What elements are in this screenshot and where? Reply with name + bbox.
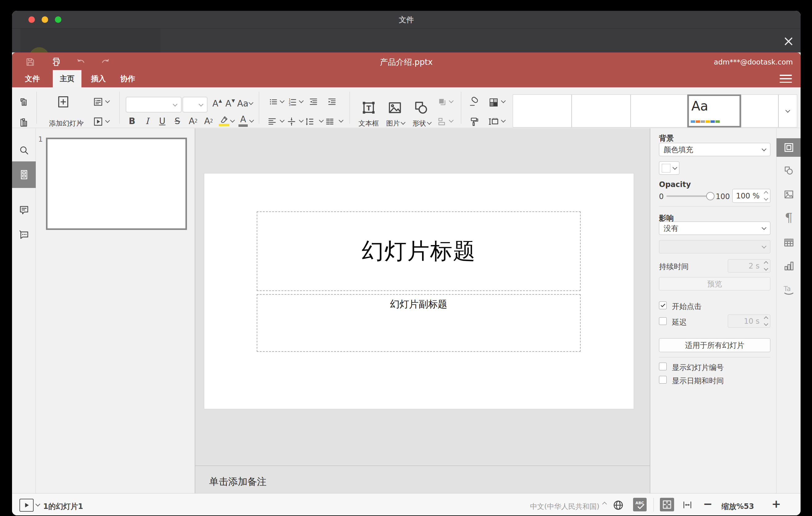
- sidebar-item-paragraph-settings[interactable]: ¶: [777, 208, 801, 227]
- underline-button[interactable]: U: [156, 115, 168, 127]
- highlight-dropdown-icon[interactable]: [230, 118, 235, 123]
- theme-slot-5[interactable]: [741, 94, 778, 127]
- image-caption[interactable]: 图片: [382, 118, 404, 129]
- slideshow-mode-dropdown-icon[interactable]: [35, 502, 40, 507]
- title-placeholder[interactable]: 幻灯片标题: [257, 211, 581, 291]
- duration-stepper[interactable]: [764, 260, 767, 272]
- vertical-align-dropdown-icon[interactable]: [299, 118, 304, 123]
- zoom-in-button[interactable]: +: [772, 498, 781, 510]
- start-slideshow-status-button[interactable]: [20, 499, 34, 512]
- zoom-out-button[interactable]: −: [703, 498, 712, 510]
- increase-font-button[interactable]: A ▲: [211, 97, 224, 109]
- copy-button[interactable]: [18, 97, 29, 108]
- align-dropdown-icon[interactable]: [280, 118, 285, 123]
- opacity-slider-handle[interactable]: [706, 192, 715, 200]
- italic-button[interactable]: I: [141, 115, 153, 127]
- fit-to-width-button[interactable]: [680, 499, 694, 511]
- sidebar-item-image-settings[interactable]: [777, 185, 801, 204]
- arrange-dropdown-icon[interactable]: [449, 98, 454, 104]
- superscript-button[interactable]: A 2: [187, 115, 200, 127]
- sidebar-item-slides[interactable]: [12, 162, 36, 188]
- shape-button[interactable]: [412, 99, 430, 116]
- highlight-color-button[interactable]: [218, 114, 230, 127]
- fill-color-button[interactable]: [659, 162, 679, 175]
- line-spacing-dropdown-icon[interactable]: [319, 118, 324, 123]
- shape-caption[interactable]: 形状: [408, 118, 430, 129]
- increase-indent-button[interactable]: [326, 96, 338, 108]
- change-case-button[interactable]: Aa: [235, 97, 251, 109]
- sidebar-item-shape-settings[interactable]: [777, 162, 801, 180]
- line-spacing-button[interactable]: [304, 116, 316, 127]
- subscript-button[interactable]: A 2: [202, 115, 215, 127]
- align-shape-button[interactable]: [436, 116, 448, 127]
- copy-style-button[interactable]: [468, 116, 480, 127]
- opacity-stepper[interactable]: [764, 189, 767, 202]
- language-caret-icon[interactable]: [602, 502, 607, 507]
- theme-slot-selected[interactable]: Aa: [687, 94, 741, 127]
- textbox-caption[interactable]: 文本框: [356, 118, 381, 129]
- theme-slot-2[interactable]: [572, 94, 631, 127]
- font-size-select[interactable]: [183, 97, 207, 112]
- sidebar-item-textart-settings[interactable]: Ta: [777, 280, 801, 299]
- show-date-time-checkbox[interactable]: [659, 376, 667, 383]
- horizontal-align-button[interactable]: [266, 116, 278, 127]
- effect-type-select[interactable]: [659, 240, 770, 253]
- textbox-button[interactable]: T: [359, 99, 378, 116]
- color-scheme-dropdown-icon[interactable]: [501, 98, 506, 104]
- sidebar-item-search[interactable]: [12, 141, 36, 159]
- sidebar-item-comments[interactable]: [12, 201, 36, 219]
- decrease-indent-button[interactable]: [308, 96, 319, 108]
- fit-to-slide-button[interactable]: [660, 498, 674, 511]
- minimize-traffic-light[interactable]: [42, 16, 48, 23]
- preview-button[interactable]: 预览: [659, 277, 770, 290]
- font-color-button[interactable]: A: [237, 114, 250, 127]
- spellcheck-button[interactable]: ABC: [633, 498, 647, 511]
- bold-button[interactable]: B: [126, 115, 138, 127]
- duration-spinbox[interactable]: 2 s: [728, 259, 770, 273]
- numbering-dropdown-icon[interactable]: [299, 98, 304, 104]
- tab-home[interactable]: 主页: [53, 70, 82, 87]
- vertical-align-button[interactable]: [286, 116, 297, 127]
- sidebar-item-table-settings[interactable]: [777, 233, 801, 252]
- slide-size-dropdown-icon[interactable]: [501, 118, 506, 123]
- columns-button[interactable]: [324, 116, 336, 127]
- image-button[interactable]: [386, 99, 404, 116]
- effect-select[interactable]: 没有: [659, 222, 770, 235]
- sidebar-item-slide-settings[interactable]: [777, 138, 801, 157]
- start-slideshow-button[interactable]: [92, 116, 104, 127]
- bullets-button[interactable]: [267, 96, 279, 108]
- notes-placeholder[interactable]: 单击添加备注: [209, 475, 266, 488]
- slide-size-button[interactable]: [487, 116, 500, 127]
- strikethrough-button[interactable]: S: [172, 115, 183, 127]
- arrange-shape-button[interactable]: [436, 96, 448, 108]
- sidebar-item-chart-settings[interactable]: [777, 257, 801, 275]
- delay-spinbox[interactable]: 10 s: [728, 314, 770, 328]
- bullets-dropdown-icon[interactable]: [280, 98, 285, 104]
- themes-gallery-expand-button[interactable]: [778, 94, 797, 127]
- tab-file[interactable]: 文件: [15, 70, 50, 87]
- clear-style-button[interactable]: [468, 96, 480, 108]
- columns-dropdown-icon[interactable]: [339, 118, 344, 123]
- opacity-spinbox[interactable]: 100 %: [732, 189, 770, 203]
- set-language-button[interactable]: [612, 499, 624, 511]
- slide-layout-dropdown-icon[interactable]: [105, 98, 110, 104]
- font-name-select[interactable]: [126, 97, 181, 112]
- delay-stepper[interactable]: [764, 315, 767, 327]
- fill-type-select[interactable]: 颜色填充: [659, 143, 770, 156]
- tab-insert[interactable]: 插入: [85, 70, 112, 87]
- slide-thumbnail-1[interactable]: [46, 138, 187, 230]
- color-scheme-button[interactable]: [487, 96, 500, 109]
- tab-collaboration[interactable]: 协作: [114, 70, 142, 87]
- numbering-button[interactable]: 1 2 3: [287, 96, 298, 108]
- notes-splitter[interactable]: [195, 465, 650, 466]
- slide-canvas[interactable]: 幻灯片标题 幻灯片副标题: [204, 173, 634, 409]
- language-label[interactable]: 中文(中华人民共和国): [530, 502, 600, 511]
- theme-slot-3[interactable]: [631, 94, 687, 127]
- slide-layout-button[interactable]: [92, 96, 104, 108]
- start-on-click-checkbox[interactable]: [659, 302, 667, 309]
- close-editor-button[interactable]: [782, 35, 795, 48]
- show-slide-number-checkbox[interactable]: [659, 363, 667, 370]
- delay-checkbox[interactable]: [659, 317, 667, 325]
- font-color-dropdown-icon[interactable]: [249, 118, 254, 123]
- menu-button[interactable]: [780, 74, 792, 84]
